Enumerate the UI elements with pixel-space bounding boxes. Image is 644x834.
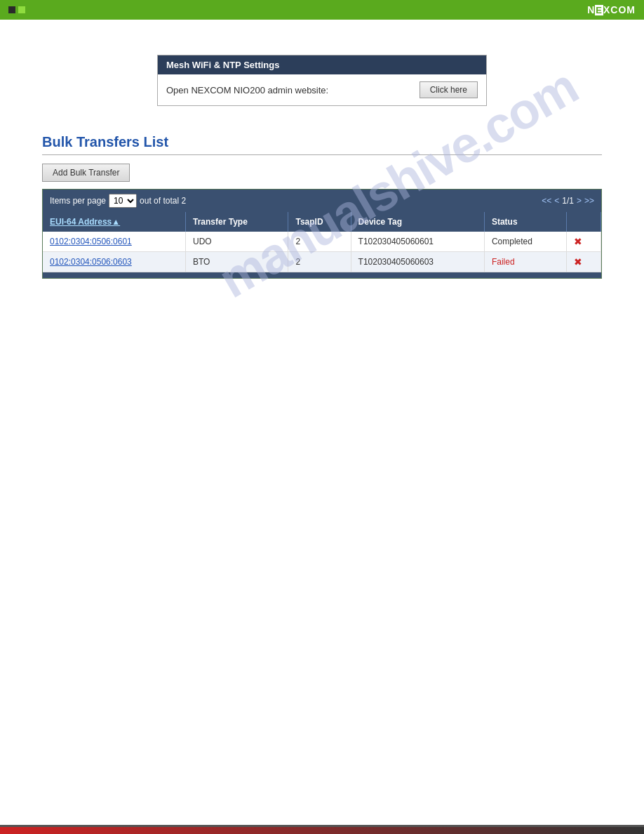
delete-icon[interactable]: ✖ (574, 236, 582, 247)
mesh-box-body: Open NEXCOM NIO200 admin website: Click … (158, 74, 486, 105)
table-header-bar: Items per page 10 25 50 out of total 2 <… (43, 190, 601, 212)
brand-ex: E (595, 5, 603, 15)
bulk-transfers-title: Bulk Transfers List (42, 134, 602, 155)
cell-tsap-id: 2 (288, 232, 351, 252)
cell-status: Failed (484, 252, 566, 272)
total-label: out of total 2 (140, 196, 186, 206)
pagination-last[interactable]: >> (584, 196, 594, 206)
pagination-controls: << < 1/1 > >> (542, 196, 594, 206)
header-logo (8, 6, 25, 13)
cell-transfer-type: UDO (186, 232, 288, 252)
table-footer (43, 272, 601, 278)
cell-device-tag: T102030405060601 (351, 232, 484, 252)
bulk-transfers-section: Bulk Transfers List Add Bulk Transfer It… (42, 134, 602, 279)
bulk-transfers-table-container: Items per page 10 25 50 out of total 2 <… (42, 189, 602, 279)
add-bulk-transfer-button[interactable]: Add Bulk Transfer (42, 164, 130, 182)
cell-tsap-id: 2 (288, 252, 351, 272)
items-per-page-control: Items per page 10 25 50 out of total 2 (50, 194, 186, 208)
items-per-page-select[interactable]: 10 25 50 (109, 194, 137, 208)
pagination-prev[interactable]: < (554, 196, 559, 206)
mesh-box-label: Open NEXCOM NIO200 admin website: (166, 85, 328, 95)
table-row: 0102:0304:0506:0603 BTO 2 T1020304050606… (43, 252, 601, 272)
cell-delete: ✖ (567, 232, 601, 252)
logo-square-dark (8, 6, 15, 13)
click-here-button[interactable]: Click here (420, 81, 478, 98)
cell-delete: ✖ (567, 252, 601, 272)
col-actions (567, 212, 601, 232)
mesh-wifi-box: Mesh WiFi & NTP Settings Open NEXCOM NIO… (157, 55, 487, 106)
col-transfer-type: Transfer Type (186, 212, 288, 232)
header-bar: NEXCOM (0, 0, 644, 20)
col-eui64: EUI-64 Address▲ (43, 212, 186, 232)
items-per-page-label: Items per page (50, 196, 106, 206)
eui64-link[interactable]: 0102:0304:0506:0601 (50, 237, 132, 246)
mesh-box-title: Mesh WiFi & NTP Settings (158, 55, 486, 74)
cell-eui64: 0102:0304:0506:0601 (43, 232, 186, 252)
footer-bar (0, 827, 644, 834)
brand-logo: NEXCOM (587, 4, 636, 15)
table-row: 0102:0304:0506:0601 UDO 2 T1020304050606… (43, 232, 601, 252)
col-tsap-id: TsapID (288, 212, 351, 232)
cell-transfer-type: BTO (186, 252, 288, 272)
pagination-first[interactable]: << (542, 196, 551, 206)
eui64-link[interactable]: 0102:0304:0506:0603 (50, 257, 132, 267)
pagination-display: 1/1 (562, 196, 574, 206)
logo-square-green (18, 6, 25, 13)
col-device-tag: Device Tag (351, 212, 484, 232)
main-content: Mesh WiFi & NTP Settings Open NEXCOM NIO… (0, 20, 644, 300)
col-status: Status (484, 212, 566, 232)
pagination-next[interactable]: > (577, 196, 582, 206)
cell-device-tag: T102030405060603 (351, 252, 484, 272)
delete-icon[interactable]: ✖ (574, 256, 582, 267)
col-eui64-link[interactable]: EUI-64 Address▲ (50, 217, 120, 227)
bulk-transfers-table: EUI-64 Address▲ Transfer Type TsapID Dev… (43, 212, 601, 272)
table-header-row: EUI-64 Address▲ Transfer Type TsapID Dev… (43, 212, 601, 232)
cell-status: Completed (484, 232, 566, 252)
cell-eui64: 0102:0304:0506:0603 (43, 252, 186, 272)
